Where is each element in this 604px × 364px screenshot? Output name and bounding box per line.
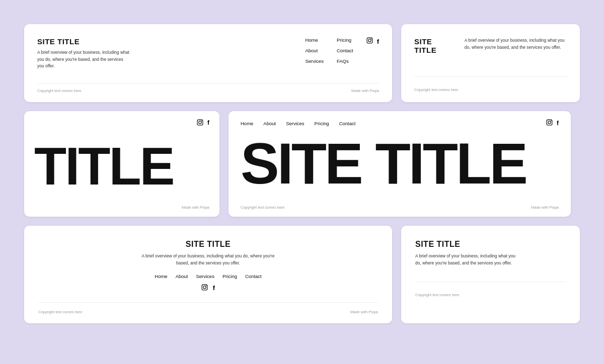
made-with-5: Made with Pixpa [350,310,378,314]
row-3: SITE TITLE A brief overview of your busi… [24,226,580,323]
svg-rect-0 [367,38,372,43]
social-icons-4r: f [546,119,559,127]
site-title-5: SITE TITLE [186,240,231,249]
instagram-icon-4[interactable] [546,119,553,127]
tagline-6: A brief overview of your business, inclu… [415,253,516,266]
card3-social: f [34,119,209,127]
big-title-3: TITLE [34,132,209,200]
nav-about-5[interactable]: About [176,274,188,279]
footer-card-5: SITE TITLE A brief overview of your busi… [24,226,392,323]
copyright-2: Copyright text comes here [414,87,459,92]
brand-section-2: SITE TITLE [414,37,454,54]
svg-point-11 [205,286,206,287]
nav-services-1[interactable]: Services [305,58,323,64]
footer-bar-6: Copyright text comes here [415,282,566,298]
nav-col-1: Home About Services [305,37,323,64]
nav-contact-5[interactable]: Contact [245,274,262,279]
svg-point-10 [203,286,206,289]
row-1: SITE TITLE A brief overview of your busi… [24,24,580,102]
svg-point-4 [199,121,201,124]
site-title-6: SITE TITLE [415,240,566,249]
footer-bar-2: Copyright text comes here [414,76,567,93]
copyright-5: Copyright text comes here [38,310,83,314]
made-with-3: Made with Pixpa [182,205,209,210]
row-2: f TITLE Made with Pixpa Home About Servi… [24,111,580,217]
instagram-icon-5[interactable] [201,284,208,292]
copyright-1: Copyright text comes here [37,88,82,93]
instagram-icon-3[interactable] [197,119,203,127]
copyright-4: Copyright text comes here [241,205,285,210]
nav-about-1[interactable]: About [305,48,323,53]
svg-rect-6 [547,120,552,125]
footer-card-3: f TITLE Made with Pixpa [24,111,219,217]
social-icons-5: f [201,284,215,292]
nav-pricing-1[interactable]: Pricing [337,37,353,43]
social-icons-1: f [366,37,379,45]
nav-services-4[interactable]: Services [286,121,304,126]
nav-contact-4[interactable]: Contact [339,121,356,126]
tagline-2: A brief overview of your business, inclu… [465,37,567,51]
footer-card-4: Home About Services Pricing Contact f SI… [229,111,571,217]
svg-point-8 [551,121,552,122]
nav-home-5[interactable]: Home [155,274,167,279]
nav-section-1: Home About Services Pricing Contact FAQs… [305,37,379,64]
tagline-section-2: A brief overview of your business, inclu… [465,37,567,51]
nav-pricing-4[interactable]: Pricing [315,121,329,126]
card3-footer: Made with Pixpa [34,205,209,210]
nav-bar-5: Home About Services Pricing Contact [155,274,261,279]
nav-contact-1[interactable]: Contact [337,48,353,53]
card2-top: SITE TITLE A brief overview of your busi… [414,37,567,54]
facebook-icon-4[interactable]: f [557,120,559,127]
facebook-icon-5[interactable]: f [213,284,215,292]
facebook-icon-3[interactable]: f [207,119,209,127]
footer-card-2: SITE TITLE A brief overview of your busi… [401,24,580,102]
nav-col-2: Pricing Contact FAQs [337,37,353,64]
facebook-icon-1[interactable]: f [377,38,379,45]
tagline-1: A brief overview of your business, inclu… [37,49,130,70]
made-with-1: Made with Pixpa [351,88,379,93]
brand-section: SITE TITLE A brief overview of your busi… [37,37,130,70]
footer-card-6: SITE TITLE A brief overview of your busi… [401,226,580,323]
site-title-1: SITE TITLE [37,37,130,46]
svg-point-7 [548,121,551,124]
svg-point-1 [368,39,370,42]
svg-point-5 [201,121,202,122]
nav-faqs-1[interactable]: FAQs [337,58,353,64]
site-title-2: SITE TITLE [414,37,454,54]
card4-footer: Copyright text comes here Made with Pixp… [241,205,559,210]
nav-home-1[interactable]: Home [305,37,323,43]
nav-home-4[interactable]: Home [241,121,253,126]
instagram-icon-1[interactable] [366,37,373,45]
nav-pricing-5[interactable]: Pricing [222,274,237,279]
nav-services-5[interactable]: Services [196,274,214,279]
card4-nav: Home About Services Pricing Contact f [241,119,559,127]
footer-bar-5: Copyright text comes here Made with Pixp… [38,302,378,314]
svg-point-2 [370,39,371,40]
tagline-5: A brief overview of your business, inclu… [135,253,281,266]
big-title-4: SITE TITLE [241,127,559,200]
page-layout: SITE TITLE A brief overview of your busi… [12,12,592,352]
made-with-4: Made with Pixpa [531,205,559,210]
footer-bar-1: Copyright text comes here Made with Pixp… [37,83,379,93]
svg-rect-9 [202,285,207,290]
footer-card-1: SITE TITLE A brief overview of your busi… [24,24,392,102]
svg-rect-3 [197,120,203,125]
copyright-6: Copyright text comes here [415,293,460,297]
nav-about-4[interactable]: About [263,121,276,126]
